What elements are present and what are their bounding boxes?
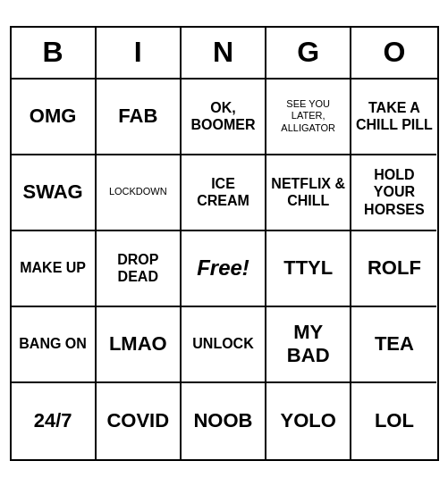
bingo-cell-r2-c5: HOLD YOUR HORSES (351, 155, 436, 231)
bingo-cell-r1-c5: TAKE A CHILL PILL (351, 80, 436, 155)
cell-label: DROP DEAD (100, 251, 176, 285)
cell-label: MY BAD (270, 321, 346, 368)
bingo-cell-r2-c4: NETFLIX & CHILL (266, 155, 351, 231)
bingo-cell-r5-c3: NOOB (182, 383, 266, 459)
bingo-cell-r4-c4: MY BAD (266, 307, 351, 383)
cell-label: LOCKDOWN (109, 186, 167, 197)
cell-label: SWAG (22, 180, 82, 204)
bingo-cell-r4-c3: UNLOCK (182, 307, 266, 383)
bingo-cell-r4-c5: TEA (351, 307, 436, 383)
cell-label: FAB (118, 105, 157, 128)
bingo-cell-r3-c5: ROLF (351, 231, 436, 307)
cell-label: TAKE A CHILL PILL (355, 99, 433, 133)
cell-label: NETFLIX & CHILL (270, 175, 346, 209)
bingo-cell-r1-c1: OMG (12, 80, 97, 155)
bingo-cell-r5-c1: 24/7 (12, 383, 97, 459)
bingo-cell-r3-c1: MAKE UP (12, 231, 97, 307)
bingo-grid: OMGFABOK, BOOMERSEE YOU LATER, ALLIGATOR… (12, 80, 437, 459)
bingo-cell-r4-c2: LMAO (97, 307, 182, 383)
cell-label: NOOB (193, 409, 252, 432)
bingo-cell-r5-c5: LOL (351, 383, 436, 459)
cell-label: ICE CREAM (185, 175, 261, 209)
header-letter-o: O (351, 28, 436, 78)
cell-label: Free! (197, 256, 249, 281)
cell-label: COVID (106, 409, 169, 432)
bingo-card: BINGO OMGFABOK, BOOMERSEE YOU LATER, ALL… (10, 26, 439, 461)
cell-label: TTYL (283, 256, 333, 280)
cell-label: OMG (30, 105, 77, 128)
cell-label: 24/7 (34, 409, 72, 432)
cell-label: OK, BOOMER (185, 99, 261, 133)
cell-label: SEE YOU LATER, ALLIGATOR (270, 98, 346, 134)
bingo-cell-r3-c4: TTYL (266, 231, 351, 307)
bingo-cell-r1-c4: SEE YOU LATER, ALLIGATOR (266, 80, 351, 155)
cell-label: ROLF (368, 256, 421, 280)
bingo-cell-r1-c3: OK, BOOMER (182, 80, 266, 155)
cell-label: TEA (375, 332, 414, 356)
cell-label: BANG ON (19, 335, 87, 352)
cell-label: HOLD YOUR HORSES (355, 166, 433, 218)
header-letter-i: I (97, 28, 182, 78)
bingo-cell-r1-c2: FAB (97, 80, 182, 155)
cell-label: MAKE UP (20, 259, 86, 276)
cell-label: LOL (375, 409, 414, 432)
cell-label: LMAO (109, 332, 167, 356)
bingo-cell-r3-c2: DROP DEAD (97, 231, 182, 307)
bingo-cell-r5-c2: COVID (97, 383, 182, 459)
cell-label: UNLOCK (192, 335, 253, 352)
header-letter-g: G (266, 28, 351, 78)
bingo-cell-r3-c3: Free! (182, 231, 266, 307)
bingo-cell-r2-c1: SWAG (12, 155, 97, 231)
header-letter-b: B (12, 28, 97, 78)
bingo-cell-r5-c4: YOLO (266, 383, 351, 459)
cell-label: YOLO (281, 409, 336, 432)
bingo-cell-r4-c1: BANG ON (12, 307, 97, 383)
header-letter-n: N (182, 28, 266, 78)
bingo-cell-r2-c2: LOCKDOWN (97, 155, 182, 231)
bingo-cell-r2-c3: ICE CREAM (182, 155, 266, 231)
bingo-header: BINGO (12, 28, 437, 80)
